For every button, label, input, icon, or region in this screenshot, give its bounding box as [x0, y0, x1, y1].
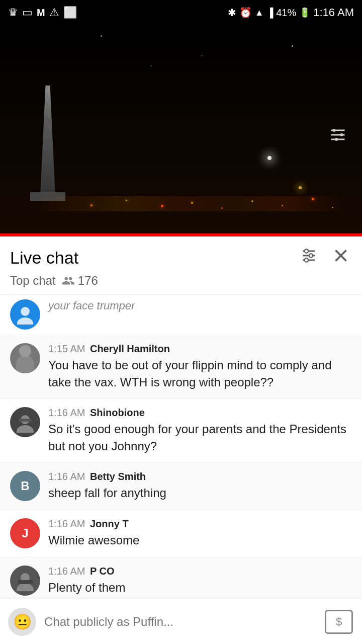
svg-point-5 — [335, 138, 338, 141]
message-username: Shinobione — [90, 407, 145, 418]
filter-button[interactable] — [298, 245, 320, 271]
video-settings-icon[interactable] — [329, 126, 347, 147]
send-button[interactable] — [324, 607, 354, 637]
list-item: your face trumper — [0, 294, 362, 335]
message-time: 1:16 AM — [48, 407, 85, 418]
status-left-icons: ♛ ▭ M ⚠ ⬜ — [8, 6, 77, 19]
chat-input-bar: 😐 — [0, 599, 362, 644]
emoji-icon: 😐 — [13, 613, 32, 630]
message-content: 1:16 AM Betty Smith sheep fall for anyth… — [48, 471, 352, 502]
status-right-icons: ✱ ⏰ ▲ ▐ 41% 🔋 1:16 AM — [228, 6, 354, 19]
m-icon: M — [37, 7, 45, 19]
message-meta: 1:15 AM Cheryll Hamilton — [48, 343, 352, 355]
avatar: B — [10, 471, 40, 501]
message-content: 1:16 AM Jonny T Wilmie awesome — [48, 518, 352, 549]
emoji-button[interactable]: 😐 — [8, 608, 36, 636]
message-time: 1:16 AM — [48, 566, 85, 577]
message-text: Plenty of them — [48, 579, 352, 596]
video-progress-bar — [0, 233, 362, 236]
list-item: 1:16 AM Shinobione So it's good enough f… — [0, 399, 362, 463]
svg-rect-18 — [19, 419, 32, 422]
list-item: B 1:16 AM Betty Smith sheep fall for any… — [0, 463, 362, 510]
signal-icon: ▐ — [266, 8, 273, 18]
message-meta: 1:16 AM Betty Smith — [48, 471, 352, 482]
svg-point-17 — [17, 425, 34, 433]
message-text: You have to be out of your flippin mind … — [48, 357, 352, 390]
message-username: P CO — [90, 566, 115, 577]
alarm-icon: ⏰ — [239, 7, 252, 19]
list-item: 1:16 AM P CO Plenty of them — [0, 557, 362, 605]
svg-point-4 — [340, 133, 343, 136]
folder-icon: ▭ — [22, 6, 33, 19]
message-text: Wilmie awesome — [48, 532, 352, 549]
svg-point-15 — [17, 317, 33, 325]
message-username: Jonny T — [90, 518, 129, 529]
svg-point-9 — [305, 249, 309, 253]
message-time: 1:16 AM — [48, 518, 85, 529]
svg-rect-21 — [18, 580, 33, 584]
message-username: Betty Smith — [90, 471, 146, 482]
avatar — [10, 407, 40, 437]
svg-point-11 — [305, 258, 309, 262]
list-item: J 1:16 AM Jonny T Wilmie awesome — [0, 510, 362, 557]
message-meta: 1:16 AM Jonny T — [48, 518, 352, 530]
video-player[interactable] — [0, 25, 362, 236]
chat-title: Live chat — [10, 248, 78, 268]
message-text: sheep fall for anything — [48, 485, 352, 502]
crown-icon: ♛ — [8, 6, 18, 19]
image-icon: ⬜ — [63, 6, 77, 19]
chat-sub-row: Top chat 176 — [10, 274, 352, 294]
chat-header-icons — [298, 245, 352, 271]
list-item: 1:15 AM Cheryll Hamilton You have to be … — [0, 335, 362, 399]
close-button[interactable] — [330, 245, 352, 271]
battery-icon: 🔋 — [299, 7, 310, 18]
chat-messages: your face trumper 1:15 AM Cheryll Hamilt… — [0, 294, 362, 644]
message-text: your face trumper — [48, 299, 135, 312]
message-time: 1:16 AM — [48, 471, 85, 482]
viewer-count: 176 — [62, 274, 98, 288]
viewer-count-number: 176 — [78, 274, 98, 288]
avatar: J — [10, 518, 40, 548]
status-bar: ♛ ▭ M ⚠ ⬜ ✱ ⏰ ▲ ▐ 41% 🔋 1:16 AM — [0, 0, 362, 25]
message-content: 1:15 AM Cheryll Hamilton You have to be … — [48, 343, 352, 390]
svg-point-20 — [17, 583, 34, 591]
chat-input[interactable] — [44, 615, 316, 629]
svg-point-10 — [309, 254, 313, 258]
message-meta: 1:16 AM Shinobione — [48, 407, 352, 419]
avatar — [10, 343, 40, 373]
warning-icon: ⚠ — [49, 6, 59, 19]
message-content: your face trumper — [48, 299, 352, 312]
message-meta: 1:16 AM P CO — [48, 566, 352, 577]
message-username: Cheryll Hamilton — [90, 343, 170, 354]
message-content: 1:16 AM Shinobione So it's good enough f… — [48, 407, 352, 454]
message-text: So it's good enough for your parents and… — [48, 421, 352, 454]
message-time: 1:15 AM — [48, 343, 85, 354]
top-chat-label: Top chat — [10, 274, 56, 288]
wifi-icon: ▲ — [255, 8, 264, 18]
svg-point-3 — [333, 129, 336, 132]
time-display: 1:16 AM — [313, 6, 354, 19]
avatar — [10, 299, 40, 330]
bluetooth-icon: ✱ — [228, 7, 236, 19]
send-icon — [325, 610, 353, 634]
svg-point-14 — [21, 307, 30, 316]
chat-header: Live chat Top chat — [0, 236, 362, 294]
battery-percent: 41% — [276, 7, 296, 19]
message-content: 1:16 AM P CO Plenty of them — [48, 566, 352, 596]
avatar — [10, 566, 40, 596]
